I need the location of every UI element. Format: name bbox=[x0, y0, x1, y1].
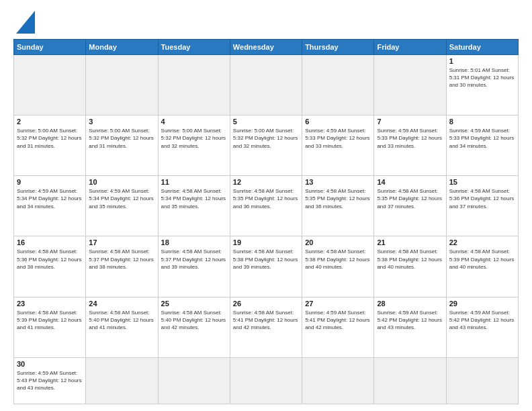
calendar-cell: 25Sunrise: 4:58 AM Sunset: 5:40 PM Dayli… bbox=[158, 297, 230, 357]
calendar-cell: 17Sunrise: 4:58 AM Sunset: 5:37 PM Dayli… bbox=[86, 236, 158, 297]
header bbox=[13, 11, 519, 34]
day-number: 1 bbox=[449, 57, 515, 65]
calendar-cell: 13Sunrise: 4:58 AM Sunset: 5:35 PM Dayli… bbox=[302, 176, 374, 236]
day-info: Sunrise: 4:58 AM Sunset: 5:37 PM Dayligh… bbox=[89, 248, 154, 271]
calendar-cell: 10Sunrise: 4:59 AM Sunset: 5:34 PM Dayli… bbox=[86, 176, 158, 236]
calendar-cell: 24Sunrise: 4:58 AM Sunset: 5:40 PM Dayli… bbox=[86, 297, 158, 357]
calendar-cell bbox=[302, 357, 374, 404]
day-info: Sunrise: 4:59 AM Sunset: 5:33 PM Dayligh… bbox=[449, 127, 515, 150]
page: Sunday Monday Tuesday Wednesday Thursday… bbox=[0, 0, 532, 411]
day-number: 3 bbox=[89, 118, 154, 126]
day-info: Sunrise: 4:58 AM Sunset: 5:41 PM Dayligh… bbox=[233, 309, 299, 332]
day-info: Sunrise: 4:59 AM Sunset: 5:33 PM Dayligh… bbox=[377, 127, 443, 150]
calendar-cell: 7Sunrise: 4:59 AM Sunset: 5:33 PM Daylig… bbox=[374, 116, 446, 176]
calendar-cell bbox=[86, 357, 158, 404]
day-number: 17 bbox=[89, 238, 154, 246]
calendar-cell: 27Sunrise: 4:59 AM Sunset: 5:41 PM Dayli… bbox=[302, 297, 374, 357]
calendar-cell bbox=[374, 55, 446, 116]
calendar-cell: 14Sunrise: 4:58 AM Sunset: 5:35 PM Dayli… bbox=[374, 176, 446, 236]
day-number: 11 bbox=[161, 178, 227, 186]
day-info: Sunrise: 4:58 AM Sunset: 5:39 PM Dayligh… bbox=[449, 248, 515, 271]
day-info: Sunrise: 4:58 AM Sunset: 5:36 PM Dayligh… bbox=[17, 248, 83, 271]
calendar-cell: 16Sunrise: 4:58 AM Sunset: 5:36 PM Dayli… bbox=[14, 236, 86, 297]
day-info: Sunrise: 4:58 AM Sunset: 5:40 PM Dayligh… bbox=[89, 309, 154, 332]
day-number: 22 bbox=[449, 238, 515, 246]
weekday-header-row: Sunday Monday Tuesday Wednesday Thursday… bbox=[14, 40, 519, 55]
day-number: 18 bbox=[161, 238, 227, 246]
calendar-cell: 15Sunrise: 4:58 AM Sunset: 5:36 PM Dayli… bbox=[446, 176, 518, 236]
day-number: 6 bbox=[305, 118, 371, 126]
logo-icon bbox=[16, 11, 35, 34]
day-info: Sunrise: 4:59 AM Sunset: 5:42 PM Dayligh… bbox=[377, 309, 443, 332]
calendar-cell: 21Sunrise: 4:58 AM Sunset: 5:38 PM Dayli… bbox=[374, 236, 446, 297]
day-number: 5 bbox=[233, 118, 299, 126]
day-info: Sunrise: 5:00 AM Sunset: 5:32 PM Dayligh… bbox=[17, 127, 83, 150]
day-number: 24 bbox=[89, 300, 154, 308]
day-info: Sunrise: 5:00 AM Sunset: 5:32 PM Dayligh… bbox=[161, 127, 227, 150]
day-info: Sunrise: 5:01 AM Sunset: 5:31 PM Dayligh… bbox=[449, 66, 515, 89]
day-info: Sunrise: 4:58 AM Sunset: 5:39 PM Dayligh… bbox=[17, 309, 83, 332]
day-number: 30 bbox=[17, 360, 83, 368]
svg-marker-0 bbox=[16, 11, 35, 34]
day-info: Sunrise: 4:59 AM Sunset: 5:33 PM Dayligh… bbox=[305, 127, 371, 150]
logo bbox=[13, 11, 35, 34]
day-info: Sunrise: 4:59 AM Sunset: 5:41 PM Dayligh… bbox=[305, 309, 371, 332]
calendar-cell: 12Sunrise: 4:58 AM Sunset: 5:35 PM Dayli… bbox=[230, 176, 302, 236]
calendar-cell: 8Sunrise: 4:59 AM Sunset: 5:33 PM Daylig… bbox=[446, 116, 518, 176]
calendar-cell: 2Sunrise: 5:00 AM Sunset: 5:32 PM Daylig… bbox=[14, 116, 86, 176]
day-info: Sunrise: 4:58 AM Sunset: 5:38 PM Dayligh… bbox=[377, 248, 443, 271]
day-number: 10 bbox=[89, 178, 154, 186]
day-info: Sunrise: 4:58 AM Sunset: 5:40 PM Dayligh… bbox=[161, 309, 227, 332]
day-info: Sunrise: 4:59 AM Sunset: 5:34 PM Dayligh… bbox=[89, 187, 154, 210]
day-number: 26 bbox=[233, 300, 299, 308]
calendar-cell bbox=[230, 55, 302, 116]
calendar-cell bbox=[158, 357, 230, 404]
day-info: Sunrise: 4:58 AM Sunset: 5:37 PM Dayligh… bbox=[161, 248, 227, 271]
day-number: 27 bbox=[305, 300, 371, 308]
calendar-cell: 29Sunrise: 4:59 AM Sunset: 5:42 PM Dayli… bbox=[446, 297, 518, 357]
header-friday: Friday bbox=[374, 40, 446, 55]
day-number: 9 bbox=[17, 178, 83, 186]
day-info: Sunrise: 4:58 AM Sunset: 5:38 PM Dayligh… bbox=[305, 248, 371, 271]
day-info: Sunrise: 4:59 AM Sunset: 5:43 PM Dayligh… bbox=[17, 369, 83, 392]
day-info: Sunrise: 4:58 AM Sunset: 5:38 PM Dayligh… bbox=[233, 248, 299, 271]
calendar-cell: 19Sunrise: 4:58 AM Sunset: 5:38 PM Dayli… bbox=[230, 236, 302, 297]
day-number: 23 bbox=[17, 300, 83, 308]
day-info: Sunrise: 4:59 AM Sunset: 5:42 PM Dayligh… bbox=[449, 309, 515, 332]
day-info: Sunrise: 4:58 AM Sunset: 5:34 PM Dayligh… bbox=[161, 187, 227, 210]
day-info: Sunrise: 4:59 AM Sunset: 5:34 PM Dayligh… bbox=[17, 187, 83, 210]
calendar-cell bbox=[14, 55, 86, 116]
day-info: Sunrise: 4:58 AM Sunset: 5:36 PM Dayligh… bbox=[449, 187, 515, 210]
day-number: 29 bbox=[449, 300, 515, 308]
calendar-cell: 3Sunrise: 5:00 AM Sunset: 5:32 PM Daylig… bbox=[86, 116, 158, 176]
calendar-cell: 23Sunrise: 4:58 AM Sunset: 5:39 PM Dayli… bbox=[14, 297, 86, 357]
day-info: Sunrise: 5:00 AM Sunset: 5:32 PM Dayligh… bbox=[233, 127, 299, 150]
calendar-cell: 5Sunrise: 5:00 AM Sunset: 5:32 PM Daylig… bbox=[230, 116, 302, 176]
day-number: 25 bbox=[161, 300, 227, 308]
day-number: 8 bbox=[449, 118, 515, 126]
header-thursday: Thursday bbox=[302, 40, 374, 55]
header-sunday: Sunday bbox=[14, 40, 86, 55]
calendar-cell bbox=[158, 55, 230, 116]
calendar-cell: 1Sunrise: 5:01 AM Sunset: 5:31 PM Daylig… bbox=[446, 55, 518, 116]
calendar-cell: 30Sunrise: 4:59 AM Sunset: 5:43 PM Dayli… bbox=[14, 357, 86, 404]
day-info: Sunrise: 4:58 AM Sunset: 5:35 PM Dayligh… bbox=[305, 187, 371, 210]
calendar-cell: 18Sunrise: 4:58 AM Sunset: 5:37 PM Dayli… bbox=[158, 236, 230, 297]
day-number: 7 bbox=[377, 118, 443, 126]
calendar-cell bbox=[230, 357, 302, 404]
day-number: 12 bbox=[233, 178, 299, 186]
header-tuesday: Tuesday bbox=[158, 40, 230, 55]
day-number: 28 bbox=[377, 300, 443, 308]
day-info: Sunrise: 4:58 AM Sunset: 5:35 PM Dayligh… bbox=[233, 187, 299, 210]
day-number: 21 bbox=[377, 238, 443, 246]
calendar-cell: 11Sunrise: 4:58 AM Sunset: 5:34 PM Dayli… bbox=[158, 176, 230, 236]
header-saturday: Saturday bbox=[446, 40, 518, 55]
day-number: 14 bbox=[377, 178, 443, 186]
day-info: Sunrise: 4:58 AM Sunset: 5:35 PM Dayligh… bbox=[377, 187, 443, 210]
calendar-cell: 9Sunrise: 4:59 AM Sunset: 5:34 PM Daylig… bbox=[14, 176, 86, 236]
day-number: 20 bbox=[305, 238, 371, 246]
day-number: 19 bbox=[233, 238, 299, 246]
day-number: 2 bbox=[17, 118, 83, 126]
calendar-cell bbox=[302, 55, 374, 116]
calendar-cell: 20Sunrise: 4:58 AM Sunset: 5:38 PM Dayli… bbox=[302, 236, 374, 297]
